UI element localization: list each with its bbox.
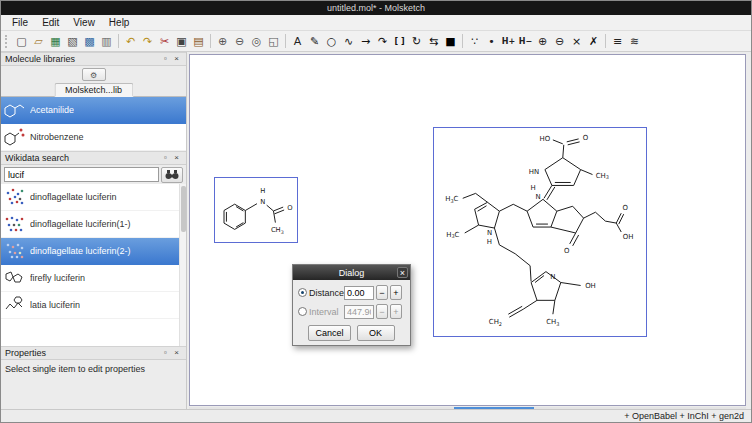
toolbar-insert-ring-button[interactable]: ○ [323, 33, 340, 50]
toolbar-delete-button[interactable]: × [568, 33, 585, 50]
toolbar-charge-minus-button[interactable]: ⊖ [551, 33, 568, 50]
toolbar-insert-text-button[interactable]: A [289, 33, 306, 50]
float-panel-icon[interactable]: ▫ [160, 347, 171, 359]
float-panel-icon[interactable]: ▫ [160, 53, 171, 65]
toolbar-zoom-fit-button[interactable]: ◱ [265, 33, 282, 50]
toolbar-open-file-button[interactable]: ▱ [30, 33, 47, 50]
molsketch-window: untitled.mol* - Molsketch File Edit View… [0, 0, 752, 423]
toolbar-charge-plus-button[interactable]: ⊕ [534, 33, 551, 50]
close-panel-icon[interactable]: × [171, 347, 182, 359]
molecule-thumbnail [4, 295, 26, 315]
result-dinoflagellate-luciferin-1[interactable]: dinoflagellate luciferin(1-) [1, 211, 186, 238]
svg-text:H3C: H3C [445, 195, 458, 203]
menu-edit[interactable]: Edit [35, 15, 66, 30]
interval-label: Interval [309, 307, 342, 317]
library-item-acetanilide[interactable]: Acetanilide [1, 97, 186, 124]
interval-decrement-button[interactable]: − [376, 304, 388, 319]
toolbar-paste-button[interactable]: ▤ [190, 33, 207, 50]
interval-input[interactable] [344, 305, 374, 319]
toolbar-cut-button[interactable]: ✂ [156, 33, 173, 50]
dialog[interactable]: Dialog × Distance − + Interval − + Cance… [292, 264, 411, 346]
menu-help[interactable]: Help [102, 15, 137, 30]
toolbar-insert-chain-button[interactable]: ∿ [340, 33, 357, 50]
library-tabbar: Molsketch...lib [1, 83, 186, 97]
svg-text:N: N [260, 198, 265, 206]
ok-button[interactable]: OK [357, 325, 395, 341]
interval-radio[interactable] [298, 307, 307, 316]
dialog-titlebar[interactable]: Dialog × [293, 265, 410, 280]
toolbar-align-items-button[interactable]: ≡ [609, 33, 626, 50]
toolbar-print-button[interactable]: ▥ [98, 33, 115, 50]
result-label: dinoflagellate luciferin(2-) [30, 246, 131, 256]
result-dinoflagellate-luciferin[interactable]: dinoflagellate luciferin [1, 184, 186, 211]
toolbar-clean-structure-button[interactable]: ≋ [626, 33, 643, 50]
toolbar-rotate-button[interactable]: ↻ [408, 33, 425, 50]
search-input[interactable] [4, 167, 159, 182]
toolbar-copy-button[interactable]: ▣ [173, 33, 190, 50]
distance-input[interactable] [344, 286, 374, 300]
results-scrollbar[interactable] [179, 184, 186, 346]
svg-text:CH3: CH3 [546, 318, 559, 326]
dialog-close-button[interactable]: × [397, 267, 408, 278]
cancel-button[interactable]: Cancel [308, 325, 350, 341]
toolbar-draw-bond-button[interactable]: ✎ [306, 33, 323, 50]
interval-increment-button[interactable]: + [390, 304, 402, 319]
result-dinoflagellate-luciferin-2[interactable]: dinoflagellate luciferin(2-) [1, 238, 186, 265]
toolbar-brackets-button[interactable]: [ ] [391, 33, 408, 50]
menu-view[interactable]: View [66, 15, 102, 30]
distance-row: Distance − + [298, 283, 405, 302]
close-panel-icon[interactable]: × [171, 53, 182, 65]
toolbar-mechanism-arrow-button[interactable]: ↷ [374, 33, 391, 50]
library-item-label: Nitrobenzene [30, 132, 84, 142]
distance-increment-button[interactable]: + [390, 285, 402, 300]
toolbar-redo-button[interactable]: ↷ [139, 33, 156, 50]
menubar: File Edit View Help [1, 15, 751, 31]
panel-title: Wikidata search [5, 153, 160, 163]
distance-decrement-button[interactable]: − [376, 285, 388, 300]
toolbar-radical-electron-button[interactable]: • [483, 33, 500, 50]
toolbar-save-as-button[interactable]: ▧ [64, 33, 81, 50]
titlebar[interactable]: untitled.mol* - Molsketch [1, 1, 751, 15]
svg-text:O: O [583, 134, 589, 142]
menu-file[interactable]: File [5, 15, 35, 30]
molecule-dinoflagellate-luciferin[interactable]: HO O HN CH3 H N H3C H3C N H O O OH N OH … [433, 127, 647, 337]
search-button[interactable] [161, 167, 183, 183]
interval-row: Interval − + [298, 302, 405, 321]
toolbar-add-hydrogen-button[interactable]: H+ [500, 33, 517, 50]
toolbar-separator [605, 34, 606, 48]
library-menu-button[interactable]: ⚙ [82, 68, 106, 81]
close-panel-icon[interactable]: × [171, 152, 182, 164]
panel-header-molecule-libraries: Molecule libraries ▫ × [1, 52, 186, 66]
results-scrollbar-thumb[interactable] [181, 186, 186, 232]
toolbar-reflect-button[interactable]: ⇆ [425, 33, 442, 50]
tab-molsketch-lib[interactable]: Molsketch...lib [54, 83, 133, 97]
canvas[interactable]: H N O CH3 [189, 54, 746, 406]
result-firefly-luciferin[interactable]: firefly luciferin [1, 265, 186, 292]
left-dock: Molecule libraries ▫ × ⚙ Molsketch...lib… [1, 52, 187, 411]
toolbar-new-document-button[interactable]: ▢ [13, 33, 30, 50]
toolbar-zoom-out-button[interactable]: ⊖ [231, 33, 248, 50]
toolbar-export-image-button[interactable]: ▩ [81, 33, 98, 50]
toolbar-drag-handle[interactable] [5, 35, 9, 48]
molecule-acetanilide[interactable]: H N O CH3 [214, 177, 298, 243]
library-item-nitrobenzene[interactable]: Nitrobenzene [1, 124, 186, 151]
result-latia-luciferin[interactable]: latia luciferin [1, 292, 186, 319]
properties-message: Select single item to edit properties [1, 360, 186, 378]
toolbar-remove-hydrogen-button[interactable]: H− [517, 33, 534, 50]
dialog-body: Distance − + Interval − + Cancel OK [293, 280, 410, 345]
toolbar-separator [462, 34, 463, 48]
toolbar-separator [285, 34, 286, 48]
svg-text:O: O [622, 204, 628, 212]
distance-radio[interactable] [298, 288, 307, 297]
toolbar-reaction-arrow-button[interactable]: → [357, 33, 374, 50]
toolbar-color-picker-button[interactable]: ■ [442, 33, 459, 50]
float-panel-icon[interactable]: ▫ [160, 152, 171, 164]
toolbar-save-button[interactable]: ▦ [47, 33, 64, 50]
toolbar-undo-button[interactable]: ↶ [122, 33, 139, 50]
toolbar-zoom-original-button[interactable]: ◎ [248, 33, 265, 50]
svg-text:O: O [564, 247, 570, 255]
toolbar-lone-pair-button[interactable]: ∵ [466, 33, 483, 50]
toolbar-zoom-in-button[interactable]: ⊕ [214, 33, 231, 50]
molecule-thumbnail [4, 241, 26, 261]
toolbar-delete-all-button[interactable]: ✗ [585, 33, 602, 50]
